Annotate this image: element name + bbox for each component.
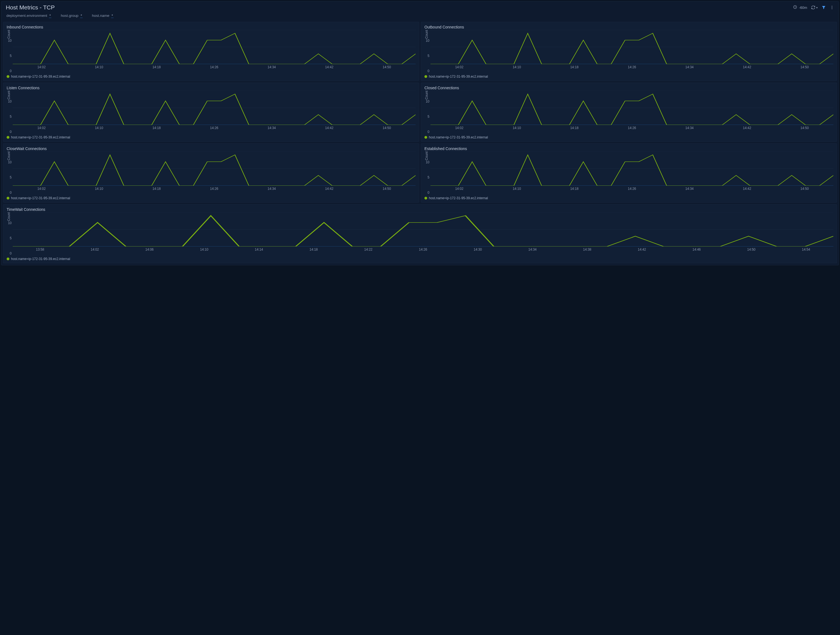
chart-area[interactable]: Count105014:0214:1014:1814:2614:3414:421… bbox=[425, 91, 834, 134]
x-tick: 14:34 bbox=[661, 65, 718, 69]
filter-host-group[interactable]: host.group * bbox=[61, 14, 83, 18]
x-tick: 14:18 bbox=[546, 187, 603, 191]
y-tick: 0 bbox=[425, 130, 429, 134]
legend[interactable]: host.name=ip-172-31-95-39.ec2.internal bbox=[6, 136, 415, 139]
x-tick: 14:26 bbox=[603, 187, 661, 191]
panel-title: Listen Connections bbox=[6, 86, 415, 90]
legend[interactable]: host.name=ip-172-31-95-39.ec2.internal bbox=[425, 196, 834, 200]
chevron-down-icon: ▾ bbox=[816, 6, 818, 9]
series-line bbox=[13, 94, 415, 125]
chart-area[interactable]: Count105013:5814:0214:0614:1014:1414:181… bbox=[6, 212, 834, 255]
x-tick: 14:54 bbox=[778, 248, 834, 251]
legend[interactable]: host.name=ip-172-31-95-39.ec2.internal bbox=[425, 136, 834, 139]
legend-label: host.name=ip-172-31-95-39.ec2.internal bbox=[11, 74, 70, 79]
legend-swatch bbox=[425, 136, 427, 139]
x-tick: 14:18 bbox=[286, 248, 341, 251]
x-tick: 14:26 bbox=[603, 126, 661, 130]
x-tick: 14:18 bbox=[128, 126, 185, 130]
x-tick: 14:10 bbox=[177, 248, 232, 251]
panel-grid: Inbound ConnectionsCount105014:0214:1014… bbox=[2, 22, 838, 265]
x-tick: 14:18 bbox=[128, 187, 185, 191]
legend[interactable]: host.name=ip-172-31-95-39.ec2.internal bbox=[6, 74, 415, 79]
x-tick: 14:26 bbox=[185, 126, 243, 130]
legend-label: host.name=ip-172-31-95-39.ec2.internal bbox=[11, 136, 70, 139]
filter-icon[interactable] bbox=[821, 5, 826, 9]
x-tick: 13:58 bbox=[13, 248, 68, 251]
legend[interactable]: host.name=ip-172-31-95-39.ec2.internal bbox=[6, 196, 415, 200]
chart-panel: Inbound ConnectionsCount105014:0214:1014… bbox=[3, 22, 419, 81]
y-tick: 10 bbox=[425, 100, 429, 103]
x-tick: 14:50 bbox=[358, 65, 415, 69]
x-tick: 14:26 bbox=[603, 65, 661, 69]
y-tick: 0 bbox=[425, 191, 429, 194]
series-line bbox=[13, 216, 834, 246]
y-tick: 0 bbox=[6, 191, 12, 194]
filter-host-name[interactable]: host.name * bbox=[92, 14, 114, 18]
x-tick: 14:34 bbox=[243, 187, 300, 191]
x-tick: 14:10 bbox=[488, 187, 545, 191]
panel-title: CloseWait Connections bbox=[6, 147, 415, 151]
panel-title: Closed Connections bbox=[425, 86, 834, 90]
svg-point-3 bbox=[832, 8, 832, 9]
chart-area[interactable]: Count105014:0214:1014:1814:2614:3414:421… bbox=[6, 30, 415, 73]
legend[interactable]: host.name=ip-172-31-95-39.ec2.internal bbox=[6, 257, 834, 261]
x-tick: 14:50 bbox=[776, 187, 834, 191]
timerange-label: -60m bbox=[799, 6, 807, 9]
x-tick: 14:10 bbox=[488, 65, 545, 69]
x-tick: 14:10 bbox=[70, 126, 128, 130]
x-tick: 14:10 bbox=[488, 126, 545, 130]
y-tick: 10 bbox=[6, 100, 12, 103]
x-tick: 14:02 bbox=[431, 187, 488, 191]
x-tick: 14:10 bbox=[70, 65, 128, 69]
y-tick: 5 bbox=[6, 175, 12, 179]
y-tick: 0 bbox=[6, 130, 12, 134]
chart-panel: Established ConnectionsCount105014:0214:… bbox=[421, 144, 837, 202]
dashboard: Host Metrics - TCP -60m ▾ bbox=[1, 1, 839, 265]
y-axis-label: Count bbox=[7, 152, 11, 160]
chart-area[interactable]: Count105014:0214:1014:1814:2614:3414:421… bbox=[6, 152, 415, 194]
x-tick: 14:50 bbox=[724, 248, 778, 251]
x-tick: 14:42 bbox=[718, 126, 775, 130]
x-tick: 14:42 bbox=[614, 248, 669, 251]
x-tick: 14:02 bbox=[13, 187, 70, 191]
legend[interactable]: host.name=ip-172-31-95-39.ec2.internal bbox=[425, 74, 834, 79]
legend-label: host.name=ip-172-31-95-39.ec2.internal bbox=[11, 196, 70, 200]
legend-swatch bbox=[6, 197, 9, 199]
x-tick: 14:22 bbox=[341, 248, 396, 251]
x-tick: 14:30 bbox=[450, 248, 505, 251]
filter-deployment-environment[interactable]: deployment.environment * bbox=[6, 14, 51, 18]
svg-point-2 bbox=[832, 7, 832, 8]
refresh-icon bbox=[811, 5, 815, 9]
series-line bbox=[13, 33, 415, 64]
x-tick: 14:42 bbox=[300, 65, 358, 69]
panel-title: Outbound Connections bbox=[425, 25, 834, 29]
legend-swatch bbox=[6, 257, 9, 260]
timerange-picker[interactable]: -60m bbox=[793, 5, 807, 10]
x-tick: 14:38 bbox=[560, 248, 614, 251]
legend-label: host.name=ip-172-31-95-39.ec2.internal bbox=[429, 74, 488, 79]
chart-area[interactable]: Count105014:0214:1014:1814:2614:3414:421… bbox=[425, 152, 834, 194]
x-tick: 14:06 bbox=[122, 248, 177, 251]
legend-label: host.name=ip-172-31-95-39.ec2.internal bbox=[11, 257, 70, 261]
y-axis-label: Count bbox=[7, 91, 11, 100]
legend-swatch bbox=[425, 75, 427, 78]
y-tick: 5 bbox=[6, 54, 12, 58]
filter-value: * bbox=[111, 14, 114, 18]
chart-panel: Closed ConnectionsCount105014:0214:1014:… bbox=[421, 83, 837, 142]
x-tick: 14:50 bbox=[776, 65, 834, 69]
page-title: Host Metrics - TCP bbox=[6, 4, 55, 11]
chart-panel: Outbound ConnectionsCount105014:0214:101… bbox=[421, 22, 837, 81]
y-tick: 5 bbox=[6, 236, 12, 240]
y-axis-label: Count bbox=[425, 91, 429, 100]
x-tick: 14:14 bbox=[232, 248, 286, 251]
x-tick: 14:18 bbox=[546, 126, 603, 130]
x-tick: 14:50 bbox=[776, 126, 834, 130]
y-tick: 10 bbox=[425, 160, 429, 164]
chart-area[interactable]: Count105014:0214:1014:1814:2614:3414:421… bbox=[6, 91, 415, 134]
x-tick: 14:46 bbox=[669, 248, 724, 251]
more-menu-icon[interactable] bbox=[830, 5, 834, 9]
chart-area[interactable]: Count105014:0214:1014:1814:2614:3414:421… bbox=[425, 30, 834, 73]
y-tick: 10 bbox=[6, 160, 12, 164]
x-tick: 14:26 bbox=[396, 248, 450, 251]
refresh-button[interactable]: ▾ bbox=[811, 5, 818, 9]
